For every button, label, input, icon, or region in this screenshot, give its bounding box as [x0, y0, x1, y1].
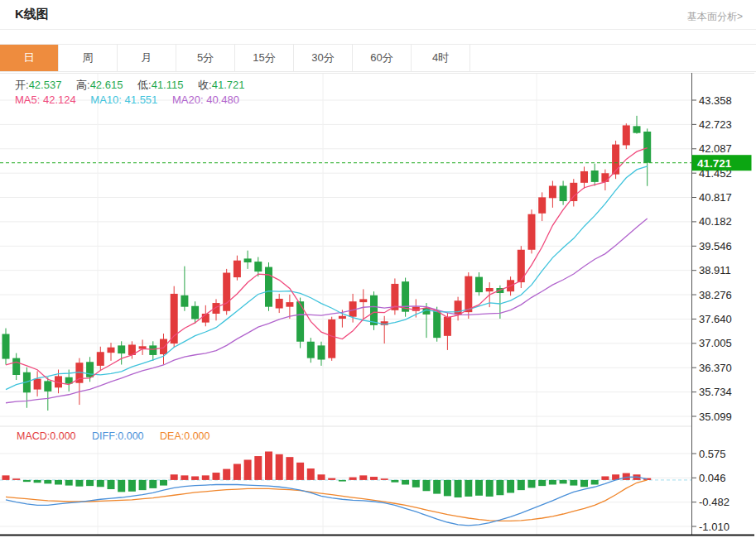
fundamental-analysis-link[interactable]: 基本面分析> [687, 10, 743, 24]
macd-bar [234, 464, 241, 479]
macd-bar [181, 475, 188, 480]
macd-bar [455, 480, 462, 497]
candle-body [234, 261, 241, 277]
macd-bar [570, 480, 577, 486]
candle-body [591, 171, 599, 182]
macd-bar [296, 463, 304, 480]
candle-body [254, 262, 262, 271]
macd-bar [86, 480, 94, 486]
candle-body [433, 310, 441, 338]
candle-body [370, 295, 378, 325]
macd-bar [34, 480, 41, 483]
candle-body [160, 339, 167, 355]
macd-bar [118, 480, 125, 492]
macd-bar [128, 480, 136, 492]
candle-body [191, 306, 199, 319]
candle-body [560, 186, 567, 202]
tab-h4[interactable]: 4时 [412, 45, 470, 71]
interval-tab-bar: 日周月5分15分30分60分4时 [0, 44, 756, 72]
tab-week[interactable]: 周 [59, 45, 118, 71]
candle-body [108, 348, 115, 353]
candle-body [465, 276, 472, 312]
y-axis-label: 39.546 [699, 240, 732, 252]
macd-bar [486, 480, 494, 497]
macd-bar [465, 480, 472, 497]
candle-body [2, 334, 10, 359]
kline-chart-canvas[interactable]: 43.35842.72342.08741.45240.81740.18239.5… [0, 73, 756, 538]
macd-bar [423, 480, 431, 491]
macd-bar [349, 478, 357, 480]
y-axis-label: 42.087 [699, 142, 732, 155]
macd-bar [549, 480, 556, 485]
candle-body [244, 258, 252, 262]
last-price-tag-text: 41.721 [697, 157, 732, 170]
candle-body [307, 342, 315, 358]
ma5-line [6, 148, 648, 385]
macd-bar [518, 480, 525, 490]
candle-body [549, 186, 556, 199]
macd-bar [171, 474, 178, 480]
candle-body [149, 345, 156, 355]
macd-bar [496, 480, 503, 495]
macd-bar [339, 480, 346, 482]
macd-bar [244, 459, 252, 479]
macd-bar [55, 480, 62, 485]
y-axis-label: 43.358 [699, 94, 732, 107]
macd-bar [265, 452, 272, 480]
tab-m60[interactable]: 60分 [353, 45, 412, 71]
macd-bar [75, 480, 83, 487]
candle-body [612, 145, 619, 175]
tab-m30[interactable]: 30分 [294, 45, 353, 71]
candle-body [580, 171, 588, 183]
macd-bar [475, 480, 483, 496]
candle-body [486, 288, 494, 291]
macd-bar [12, 478, 20, 480]
tab-m5[interactable]: 5分 [176, 45, 235, 71]
tab-day[interactable]: 日 [0, 45, 59, 71]
macd-bar [391, 480, 398, 483]
y-axis-label: 37.005 [699, 337, 732, 349]
candle-body [213, 303, 220, 314]
macd-bar [139, 480, 147, 490]
tab-m15[interactable]: 15分 [235, 45, 294, 71]
macd-bar [412, 480, 420, 488]
page-title: K线图 [15, 7, 49, 22]
y-axis-label: 38.911 [699, 264, 731, 276]
macd-bar [108, 480, 115, 489]
macd-bar [44, 480, 51, 483]
candle-body [286, 302, 293, 307]
macd-bar [286, 457, 293, 480]
candle-body [528, 214, 536, 250]
macd-bar [402, 480, 409, 485]
macd-bar [97, 480, 104, 487]
macd-bar [2, 475, 10, 480]
candle-body [444, 317, 451, 336]
macd-bar [381, 478, 388, 480]
macd-bar [149, 480, 156, 488]
macd-bar [254, 456, 262, 480]
candle-body [475, 277, 483, 293]
y-axis-label: 40.817 [699, 191, 732, 204]
y-axis-label: 42.723 [699, 118, 732, 131]
tab-month[interactable]: 月 [118, 45, 176, 71]
macd-bar [160, 480, 167, 486]
candle-body [601, 173, 609, 182]
macd-bar [507, 480, 514, 493]
macd-bar [444, 480, 451, 496]
y-axis-label: 35.734 [699, 386, 732, 398]
macd-bar [591, 480, 599, 485]
macd-bar [370, 477, 378, 480]
candle-body [276, 299, 283, 309]
candle-body [633, 126, 641, 132]
macd-bar [433, 480, 441, 494]
candle-body [455, 300, 462, 315]
macd-bar [623, 473, 630, 480]
candle-body [44, 381, 51, 391]
candle-body [223, 273, 230, 311]
candle-body [118, 345, 125, 353]
y-axis-label: 36.370 [699, 362, 732, 374]
header: K线图 基本面分析> [0, 0, 756, 30]
macd-bar [528, 480, 536, 488]
candle-body [34, 379, 41, 390]
macd-bar [23, 480, 31, 482]
